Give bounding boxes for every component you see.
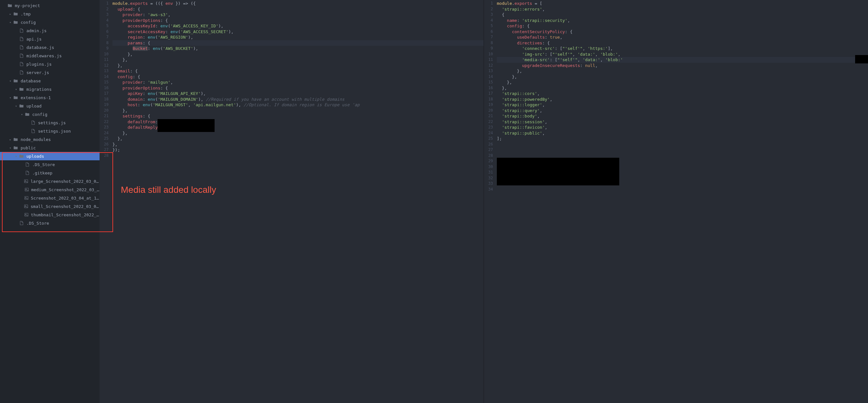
code-line[interactable]: },: [113, 136, 484, 142]
code-line[interactable]: provider: 'aws-s3',: [113, 12, 484, 18]
tree-file[interactable]: ▸api.js: [0, 35, 99, 43]
code-line[interactable]: provider: 'mailgun',: [113, 79, 484, 85]
code-line[interactable]: 'strapi::cors',: [497, 91, 868, 97]
editor-pane-right[interactable]: 1234567891011121314151617181920212223242…: [484, 0, 868, 403]
tree-folder[interactable]: ▸.tmp: [0, 10, 99, 18]
code-area[interactable]: module.exports = (({ env }) => ({ upload…: [113, 0, 484, 403]
code-line[interactable]: },: [113, 108, 484, 113]
code-line[interactable]: name: 'strapi::security',: [497, 18, 868, 24]
code-line[interactable]: accessKeyId: env('AWS_ACCESS_KEY_ID'),: [113, 23, 484, 29]
code-line[interactable]: 'strapi::body',: [497, 113, 868, 119]
tree-file[interactable]: ▸server.js: [0, 68, 99, 77]
file-icon: [30, 129, 36, 133]
code-line[interactable]: contentSecurityPolicy: {: [497, 29, 868, 35]
chevron-icon[interactable]: ▾: [8, 146, 13, 150]
code-line[interactable]: upgradeInsecureRequests: null,: [497, 63, 868, 69]
tree-file[interactable]: ▸Screenshot_2022_03_04_at_14_57_: [0, 194, 99, 202]
tree-file[interactable]: ▸.DS_Store: [0, 160, 99, 169]
tree-file[interactable]: ▸admin.js: [0, 26, 99, 35]
tree-item-label: config: [21, 20, 36, 25]
tree-folder[interactable]: ▾config: [0, 110, 99, 119]
code-line[interactable]: params: {: [113, 40, 484, 46]
code-line[interactable]: 'strapi::query',: [497, 108, 868, 113]
tree-folder[interactable]: ▾public: [0, 143, 99, 152]
code-line[interactable]: module.exports = (({ env }) => ({: [113, 1, 484, 6]
code-line[interactable]: 'img-src': ["'self'", 'data:', 'blob:',: [497, 52, 868, 57]
code-line[interactable]: email: {: [113, 68, 484, 74]
code-line[interactable]: 'connect-src': ["'self'", 'https:'],: [497, 46, 868, 52]
code-line[interactable]: domain: env('MAILGUN_DOMAIN'), //Require…: [113, 97, 484, 102]
tree-file[interactable]: ▸plugins.js: [0, 60, 99, 68]
tree-folder[interactable]: ▸my-project: [0, 1, 99, 10]
code-line[interactable]: providerOptions: {: [113, 85, 484, 91]
code-line[interactable]: 'strapi::favicon',: [497, 125, 868, 130]
chevron-icon[interactable]: ▾: [13, 104, 19, 108]
chevron-icon[interactable]: ▾: [8, 79, 13, 83]
code-line[interactable]: 'strapi::logger',: [497, 102, 868, 108]
code-line[interactable]: 'media-src': ["'self'", 'data:', 'blob:': [497, 57, 868, 63]
code-line[interactable]: secretAccessKey: env('AWS_ACCESS_SECRET'…: [113, 29, 484, 35]
chevron-icon[interactable]: ▾: [13, 155, 19, 158]
tree-folder[interactable]: ▾extensions-1: [0, 93, 99, 102]
tree-file[interactable]: ▸.DS_Store: [0, 219, 99, 227]
code-line[interactable]: 'strapi::poweredBy',: [497, 97, 868, 102]
code-line[interactable]: directives: {: [497, 40, 868, 46]
tree-file[interactable]: ▸thumbnail_Screenshot_2022_03_04: [0, 210, 99, 219]
code-line[interactable]: 'strapi::public',: [497, 130, 868, 136]
code-line[interactable]: },: [113, 57, 484, 63]
chevron-icon[interactable]: ▸: [8, 138, 13, 141]
line-number: 20: [484, 108, 493, 113]
code-line[interactable]: {: [497, 12, 868, 18]
code-line[interactable]: apiKey: env('MAILGUN_API_KEY'),: [113, 91, 484, 97]
tree-folder[interactable]: ▸node_modules: [0, 135, 99, 143]
tree-file[interactable]: ▸large_Screenshot_2022_03_04_at_1: [0, 177, 99, 186]
code-line[interactable]: module.exports = [: [497, 1, 868, 6]
code-line[interactable]: },: [497, 74, 868, 80]
code-line[interactable]: });: [113, 147, 484, 153]
code-line[interactable]: [497, 147, 868, 153]
tree-file[interactable]: ▸middlewares.js: [0, 52, 99, 60]
tree-file[interactable]: ▸settings.json: [0, 127, 99, 135]
tree-folder[interactable]: ▾migrations: [0, 85, 99, 93]
tree-folder[interactable]: ▾database: [0, 77, 99, 85]
folder-icon: [7, 3, 13, 8]
code-line[interactable]: },: [497, 79, 868, 85]
code-line[interactable]: },: [497, 85, 868, 91]
code-line[interactable]: },: [113, 142, 484, 147]
code-line[interactable]: [497, 187, 868, 193]
tree-folder[interactable]: ▾config: [0, 18, 99, 26]
tree-folder[interactable]: ▾uploads: [0, 152, 99, 160]
code-line[interactable]: settings: {: [113, 113, 484, 119]
code-line[interactable]: host: env('MAILGUN_HOST', 'api.mailgun.n…: [113, 102, 484, 108]
editor-pane-left[interactable]: 1234567891011121314151617181920212223242…: [99, 0, 484, 403]
tree-item-label: database.js: [26, 45, 54, 50]
code-line[interactable]: config: {: [497, 23, 868, 29]
chevron-icon[interactable]: ▾: [8, 96, 13, 99]
tree-file[interactable]: ▸medium_Screenshot_2022_03_04_a: [0, 186, 99, 194]
code-line[interactable]: 'strapi::session',: [497, 119, 868, 125]
code-line[interactable]: ];: [497, 136, 868, 142]
code-line[interactable]: },: [497, 68, 868, 74]
code-line[interactable]: region: env('AWS_REGION'),: [113, 34, 484, 40]
chevron-icon[interactable]: ▾: [8, 21, 13, 24]
tree-file[interactable]: ▸settings.js: [0, 119, 99, 127]
chevron-icon[interactable]: ▸: [8, 12, 13, 16]
tree-file[interactable]: ▸database.js: [0, 43, 99, 52]
code-line[interactable]: Bucket: env('AWS_BUCKET'),: [113, 46, 484, 52]
code-line[interactable]: },: [113, 63, 484, 69]
code-area[interactable]: module.exports = [ 'strapi::errors', { n…: [497, 0, 868, 403]
code-line[interactable]: upload: {: [113, 6, 484, 12]
code-line[interactable]: useDefaults: true,: [497, 34, 868, 40]
tree-file[interactable]: ▸small_Screenshot_2022_03_04_at_1: [0, 202, 99, 210]
tree-file[interactable]: ▸.gitkeep: [0, 169, 99, 177]
chevron-icon[interactable]: ▾: [13, 88, 19, 91]
code-line[interactable]: [497, 142, 868, 147]
code-line[interactable]: providerOptions: {: [113, 18, 484, 24]
code-line[interactable]: },: [113, 52, 484, 57]
file-explorer-sidebar[interactable]: ▸my-project▸.tmp▾config▸admin.js▸api.js▸…: [0, 0, 99, 403]
code-line[interactable]: config: {: [113, 74, 484, 80]
code-line[interactable]: [113, 153, 484, 159]
code-line[interactable]: 'strapi::errors',: [497, 6, 868, 12]
tree-folder[interactable]: ▾upload: [0, 102, 99, 110]
chevron-icon[interactable]: ▾: [19, 113, 25, 116]
